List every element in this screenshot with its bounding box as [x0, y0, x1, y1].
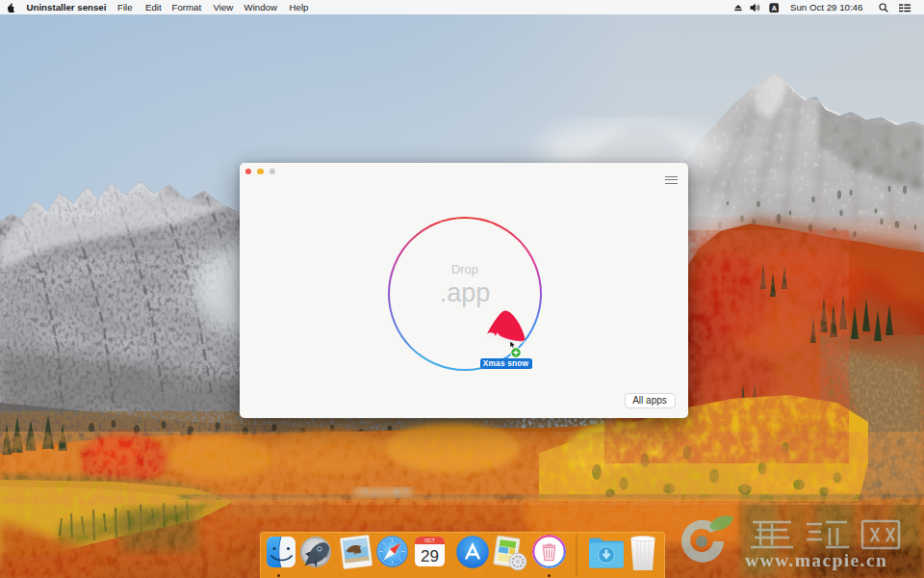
svg-text:www.macpie.cn: www.macpie.cn [745, 550, 887, 570]
svg-text:OCT: OCT [424, 538, 435, 543]
svg-text:A: A [771, 4, 776, 12]
svg-text:29: 29 [421, 547, 439, 565]
